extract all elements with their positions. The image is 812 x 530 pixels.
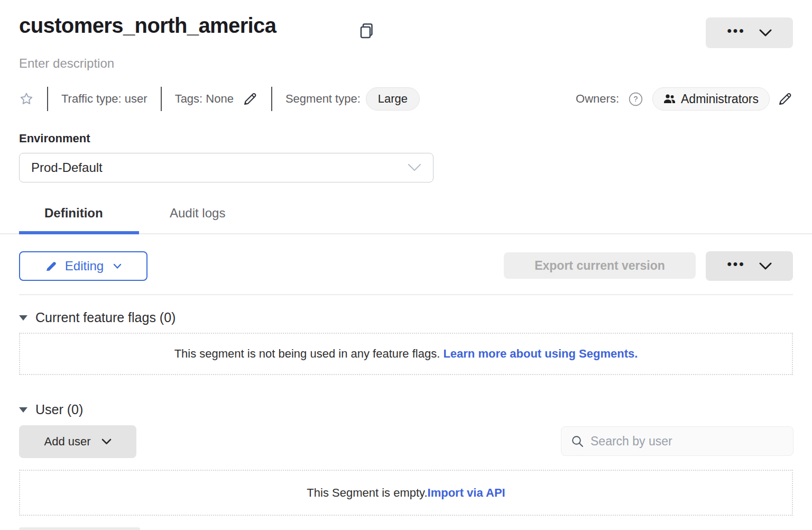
section-divider bbox=[19, 294, 793, 295]
pencil-icon bbox=[242, 91, 258, 107]
owners-badge[interactable]: Administrators bbox=[652, 87, 770, 111]
chevron-down-icon bbox=[113, 263, 122, 269]
tab-definition[interactable]: Definition bbox=[44, 206, 103, 221]
user-section-title: User (0) bbox=[35, 402, 83, 417]
chevron-down-icon bbox=[759, 262, 772, 270]
segment-type-badge: Large bbox=[366, 87, 420, 111]
environment-selected-value: Prod-Default bbox=[31, 160, 103, 175]
chevron-down-icon bbox=[759, 29, 772, 37]
toolbar-more-options-button[interactable]: ••• bbox=[706, 251, 793, 281]
feature-flags-empty-state: This segment is not being used in any fe… bbox=[19, 333, 793, 375]
tags-label: Tags: None bbox=[175, 92, 234, 106]
svg-text:?: ? bbox=[634, 95, 638, 103]
search-icon bbox=[571, 435, 584, 448]
owners-help-button[interactable]: ? bbox=[629, 92, 643, 106]
user-empty-state: This Segment is empty.Import via API bbox=[19, 470, 793, 516]
user-section-toggle[interactable]: User (0) bbox=[19, 402, 83, 417]
favorite-star-button[interactable] bbox=[19, 92, 34, 106]
feature-flags-empty-text: This segment is not being used in any fe… bbox=[174, 347, 444, 360]
export-current-version-button[interactable]: Export current version bbox=[504, 252, 696, 279]
help-circle-icon: ? bbox=[629, 92, 643, 106]
cutoff-element-edge bbox=[19, 527, 140, 530]
segment-type-label: Segment type: bbox=[285, 92, 361, 106]
editing-label: Editing bbox=[65, 259, 104, 273]
header-more-options-button[interactable]: ••• bbox=[706, 17, 793, 48]
chevron-down-icon bbox=[102, 438, 112, 445]
more-options-icon: ••• bbox=[727, 24, 745, 41]
environment-select[interactable]: Prod-Default bbox=[19, 153, 433, 182]
collapse-triangle-icon bbox=[19, 407, 27, 413]
copy-name-button[interactable] bbox=[359, 22, 376, 40]
segment-empty-text: This Segment is empty. bbox=[307, 486, 427, 499]
pencil-icon bbox=[777, 91, 793, 107]
chevron-down-icon bbox=[408, 163, 421, 172]
search-by-user-input[interactable] bbox=[590, 434, 783, 449]
editing-mode-button[interactable]: Editing bbox=[19, 251, 147, 281]
edit-tags-button[interactable] bbox=[242, 91, 258, 107]
import-via-api-link[interactable]: Import via API bbox=[428, 486, 505, 499]
add-user-button[interactable]: Add user bbox=[19, 425, 136, 458]
feature-flags-section-toggle[interactable]: Current feature flags (0) bbox=[19, 310, 176, 325]
edit-owners-button[interactable] bbox=[777, 91, 793, 107]
user-search-container bbox=[561, 426, 793, 456]
people-icon bbox=[663, 94, 676, 104]
owners-value: Administrators bbox=[681, 92, 759, 106]
owners-label: Owners: bbox=[576, 92, 619, 106]
add-user-label: Add user bbox=[44, 435, 90, 449]
meta-divider bbox=[47, 87, 48, 111]
meta-divider bbox=[161, 87, 162, 111]
segment-meta-row: Traffic type: user Tags: None Segment ty… bbox=[19, 86, 793, 112]
owners-group: Owners: ? Administrators bbox=[576, 87, 793, 111]
page-title: customers_north_america bbox=[19, 14, 276, 38]
active-tab-underline bbox=[19, 231, 139, 234]
environment-label: Environment bbox=[19, 132, 90, 145]
star-icon bbox=[19, 92, 34, 106]
description-field[interactable]: Enter description bbox=[19, 56, 114, 71]
tab-audit-logs[interactable]: Audit logs bbox=[170, 206, 225, 221]
traffic-type-label: Traffic type: user bbox=[61, 92, 147, 106]
meta-divider bbox=[271, 87, 272, 111]
feature-flags-section-title: Current feature flags (0) bbox=[35, 310, 176, 325]
pencil-icon bbox=[45, 260, 58, 272]
copy-icon bbox=[359, 23, 376, 40]
collapse-triangle-icon bbox=[19, 315, 27, 321]
learn-more-segments-link[interactable]: Learn more about using Segments. bbox=[443, 347, 638, 360]
more-options-icon: ••• bbox=[727, 258, 745, 275]
